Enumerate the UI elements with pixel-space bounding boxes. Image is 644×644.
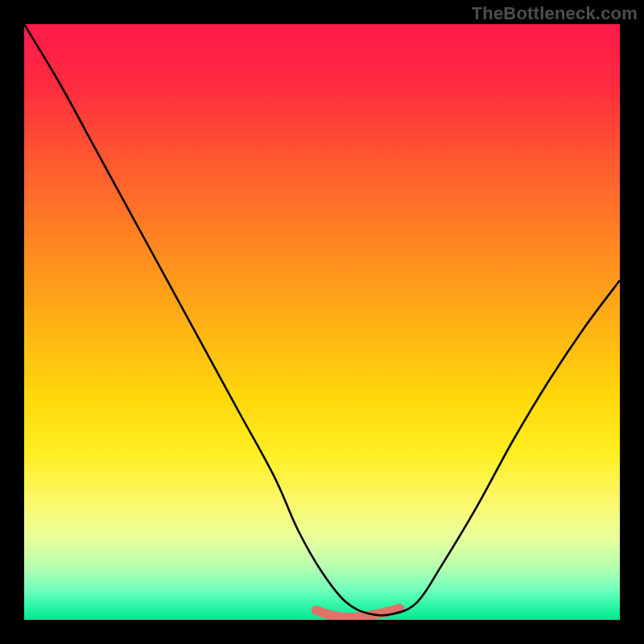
gradient-background	[24, 24, 620, 620]
watermark-text: TheBottleneck.com	[472, 3, 638, 24]
chart-frame: TheBottleneck.com	[0, 0, 644, 644]
bottleneck-plot	[24, 24, 620, 620]
